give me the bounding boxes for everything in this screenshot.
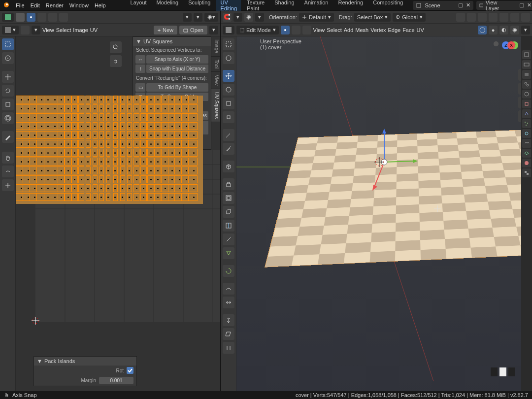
- prop-world[interactable]: [522, 90, 531, 99]
- uv-options-dropdown[interactable]: ▾: [209, 26, 218, 34]
- vp-menu-face[interactable]: Face: [402, 27, 414, 33]
- vp-menu-edge[interactable]: Edge: [388, 27, 400, 33]
- tab-image[interactable]: Image: [211, 36, 220, 57]
- tool-measure[interactable]: [223, 143, 234, 155]
- prop-modifier[interactable]: [522, 109, 531, 118]
- matcap-swatches[interactable]: [491, 367, 515, 376]
- overlay-2[interactable]: [467, 13, 476, 22]
- scene-selector[interactable]: Scene ▢ ✕: [413, 1, 473, 10]
- tool-shear[interactable]: [223, 328, 234, 340]
- tool-add-cube[interactable]: [223, 161, 234, 172]
- tool-inset[interactable]: [223, 192, 234, 204]
- prop-texture[interactable]: [522, 168, 531, 177]
- tool-move-3d[interactable]: [223, 70, 234, 82]
- orientation-select[interactable]: Default ▾: [299, 13, 334, 22]
- select-mode-edge[interactable]: [292, 26, 300, 34]
- mode-select[interactable]: ⬚ Edit Mode ▾: [236, 26, 279, 34]
- prop-scene[interactable]: [522, 80, 531, 89]
- vp-menu-view[interactable]: View: [313, 27, 325, 33]
- uv-select-mode-vertex[interactable]: [27, 13, 35, 22]
- uv-image-select[interactable]: ▾: [2, 26, 19, 34]
- proportional-toggle[interactable]: ◉: [244, 13, 253, 22]
- overlay-5[interactable]: [499, 13, 508, 22]
- layer-close-icon[interactable]: ✕: [527, 2, 532, 8]
- zoom-icon[interactable]: [110, 41, 122, 53]
- tool-select-3d[interactable]: [223, 38, 234, 50]
- snap-dropdown[interactable]: ▾: [233, 13, 242, 22]
- tool-relax[interactable]: [2, 166, 14, 177]
- uv-menu-image[interactable]: Image: [73, 27, 88, 33]
- menu-file[interactable]: File: [16, 2, 25, 8]
- prop-material[interactable]: [522, 159, 531, 167]
- tool-scale-3d[interactable]: [223, 98, 234, 109]
- shading-rendered[interactable]: ◉: [510, 26, 519, 34]
- tool-rotate[interactable]: [2, 85, 14, 97]
- tool-smooth[interactable]: [223, 283, 234, 295]
- tool-transform-3d[interactable]: [223, 111, 234, 123]
- uv-viewport[interactable]: ▼ UV Squares Select Sequenced Vertices t…: [16, 36, 220, 391]
- tool-select-box[interactable]: [2, 38, 14, 50]
- overlay-4[interactable]: [489, 13, 498, 22]
- tool-rip[interactable]: [223, 342, 234, 354]
- uv-select-mode-island[interactable]: [59, 13, 68, 22]
- uv-select-mode-edge[interactable]: [37, 13, 46, 22]
- tool-scale[interactable]: [2, 99, 14, 110]
- tool-transform[interactable]: [2, 112, 14, 124]
- select-mode-vertex[interactable]: [281, 26, 290, 34]
- shading-matprev[interactable]: ◐: [499, 26, 508, 34]
- tool-move[interactable]: [2, 71, 14, 83]
- prop-object[interactable]: [522, 100, 531, 108]
- uv-snap[interactable]: ▾: [194, 13, 202, 22]
- tool-edge-slide[interactable]: [223, 297, 234, 308]
- menu-edit[interactable]: Edit: [31, 2, 40, 8]
- vp-menu-uv[interactable]: UV: [417, 27, 424, 33]
- margin-input[interactable]: 0.001: [99, 377, 133, 384]
- prop-render[interactable]: [522, 50, 531, 59]
- uv-proportional[interactable]: ◉▾: [204, 13, 218, 22]
- overlay-7[interactable]: [521, 13, 530, 22]
- prop-output[interactable]: [522, 60, 531, 69]
- tool-spin[interactable]: [223, 265, 234, 277]
- uv-pivot[interactable]: [21, 26, 30, 34]
- tool-rotate-3d[interactable]: [223, 84, 234, 96]
- tab-uv-squares[interactable]: UV Squares: [211, 89, 220, 122]
- panel-header[interactable]: ▼ UV Squares: [133, 37, 211, 46]
- hand-icon[interactable]: [110, 55, 122, 67]
- menu-render[interactable]: Render: [46, 2, 64, 8]
- uv-menu-select[interactable]: Select: [56, 27, 71, 33]
- overlay-3[interactable]: [478, 13, 487, 22]
- tool-grab[interactable]: [2, 152, 14, 164]
- tool-pinch[interactable]: [2, 179, 14, 191]
- proportional-dropdown[interactable]: ▾: [255, 13, 264, 22]
- drag-select[interactable]: Select Box ▾: [354, 13, 391, 22]
- snap-toggle[interactable]: 🧲: [223, 13, 232, 22]
- prop-viewlayer[interactable]: [522, 70, 531, 79]
- shading-solid[interactable]: ●: [489, 26, 498, 34]
- uv-open-button[interactable]: Open: [179, 26, 207, 34]
- uv-select-mode-face[interactable]: [48, 13, 57, 22]
- view-layer-selector[interactable]: View Layer ▢ ✕: [476, 1, 532, 10]
- scene-close-icon[interactable]: ✕: [466, 2, 470, 8]
- editor-type-3d[interactable]: [223, 26, 234, 34]
- uv-show-overlay[interactable]: ▾: [32, 26, 40, 34]
- menu-window[interactable]: Window: [69, 2, 89, 8]
- editor-type-selector[interactable]: [2, 13, 14, 22]
- overlay-6[interactable]: [510, 13, 519, 22]
- transform-orientation[interactable]: ⊕ Global ▾: [393, 13, 426, 22]
- overlay-1[interactable]: [456, 13, 465, 22]
- pack-panel-header[interactable]: ▼ Pack Islands: [34, 357, 136, 366]
- vp-menu-mesh[interactable]: Mesh: [355, 27, 368, 33]
- uv-menu-view[interactable]: View: [42, 27, 54, 33]
- navigation-gizmo[interactable]: Z Y X: [494, 41, 518, 66]
- prop-physics[interactable]: [522, 129, 531, 138]
- tool-knife[interactable]: [223, 233, 234, 245]
- vp-menu-select[interactable]: Select: [327, 27, 342, 33]
- uv-new-button[interactable]: + New: [154, 26, 177, 34]
- shading-options[interactable]: ▾: [521, 26, 530, 34]
- prop-constraint[interactable]: [522, 139, 531, 148]
- tab-tool[interactable]: Tool: [211, 57, 220, 72]
- tool-cursor-3d[interactable]: [223, 52, 234, 64]
- tool-shrink[interactable]: [223, 314, 234, 326]
- tool-polybuild[interactable]: [223, 247, 234, 259]
- vp-menu-add[interactable]: Add: [344, 27, 354, 33]
